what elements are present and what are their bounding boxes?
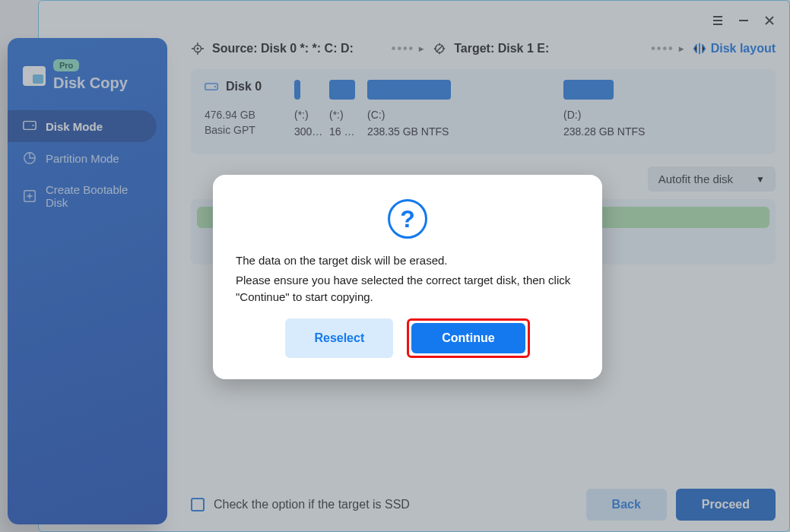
dialog-line-2: Please ensure you have selected the corr… <box>236 272 579 306</box>
reselect-button[interactable]: Reselect <box>285 318 393 358</box>
continue-highlight: Continue <box>407 318 529 358</box>
dialog-line-1: The data on the target disk will be eras… <box>236 252 579 269</box>
continue-button[interactable]: Continue <box>411 323 525 353</box>
confirm-dialog: ? The data on the target disk will be er… <box>213 175 602 379</box>
question-icon: ? <box>236 199 579 239</box>
